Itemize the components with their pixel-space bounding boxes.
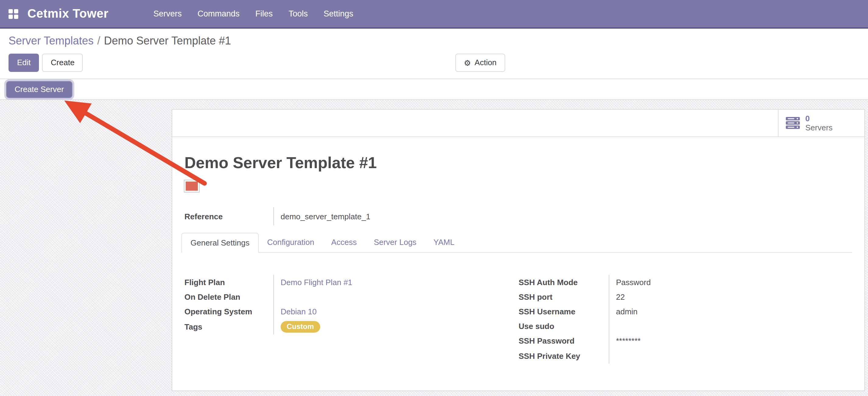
servers-stat-button[interactable]: 0 Servers — [778, 110, 864, 137]
flight-plan-label: Flight Plan — [184, 275, 273, 289]
form-sheet: 0 Servers Demo Server Template #1 Refere… — [172, 109, 865, 391]
content-area: 0 Servers Demo Server Template #1 Refere… — [0, 100, 868, 396]
tag-custom[interactable]: Custom — [281, 321, 320, 332]
main-menu: Servers Commands Files Tools Settings — [153, 9, 353, 18]
breadcrumb-current: Demo Server Template #1 — [104, 35, 231, 47]
ssh-port-value: 22 — [609, 289, 852, 304]
nav-item-commands[interactable]: Commands — [197, 9, 240, 18]
action-button[interactable]: ⚙ Action — [455, 54, 505, 72]
flight-plan-value: Demo Flight Plan #1 — [273, 275, 519, 289]
on-delete-plan-value — [273, 289, 519, 304]
ssh-private-key-value — [609, 348, 852, 364]
stat-button-text: 0 Servers — [805, 114, 833, 132]
sheet-body: Demo Server Template #1 Reference demo_s… — [172, 137, 864, 364]
operating-system-value: Debian 10 — [273, 304, 519, 319]
color-swatch[interactable] — [184, 180, 199, 192]
flight-plan-link[interactable]: Demo Flight Plan #1 — [281, 278, 352, 287]
field-groups: Flight Plan Demo Flight Plan #1 On Delet… — [184, 275, 852, 364]
on-delete-plan-label: On Delete Plan — [184, 289, 273, 304]
operating-system-label: Operating System — [184, 304, 273, 319]
ssh-auth-mode-value: Password — [609, 275, 852, 289]
nav-item-servers[interactable]: Servers — [153, 9, 182, 18]
servers-count-label: Servers — [805, 123, 833, 132]
operating-system-link[interactable]: Debian 10 — [281, 307, 317, 316]
create-server-button[interactable]: Create Server — [6, 81, 72, 98]
breadcrumb-parent-link[interactable]: Server Templates — [8, 35, 93, 47]
notebook-tabs: General Settings Configuration Access Se… — [181, 233, 852, 253]
reference-field-row: Reference demo_server_template_1 — [184, 207, 852, 225]
nav-item-files[interactable]: Files — [255, 9, 273, 18]
ssh-auth-mode-label: SSH Auth Mode — [519, 275, 609, 289]
gear-icon: ⚙ — [464, 59, 471, 67]
tab-server-logs[interactable]: Server Logs — [365, 233, 425, 252]
nav-item-tools[interactable]: Tools — [288, 9, 308, 18]
record-title: Demo Server Template #1 — [184, 153, 852, 172]
top-navbar: Cetmix Tower Servers Commands Files Tool… — [0, 0, 868, 29]
create-server-strip: Create Server — [0, 79, 868, 100]
tab-general-settings[interactable]: General Settings — [181, 233, 259, 253]
tab-configuration[interactable]: Configuration — [259, 233, 323, 252]
ssh-private-key-label: SSH Private Key — [519, 348, 609, 364]
ssh-password-label: SSH Password — [519, 333, 609, 348]
left-field-group: Flight Plan Demo Flight Plan #1 On Delet… — [184, 275, 519, 364]
apps-menu-button[interactable] — [5, 9, 21, 19]
tab-access[interactable]: Access — [322, 233, 365, 252]
right-field-group: SSH Auth Mode Password SSH port 22 SSH U… — [519, 275, 852, 364]
servers-count: 0 — [805, 114, 833, 123]
use-sudo-label: Use sudo — [519, 319, 609, 333]
nav-item-settings[interactable]: Settings — [323, 9, 353, 18]
ssh-username-label: SSH Username — [519, 304, 609, 319]
app-window: Cetmix Tower Servers Commands Files Tool… — [0, 0, 868, 396]
reference-value: demo_server_template_1 — [273, 207, 852, 225]
breadcrumb: Server Templates/Demo Server Template #1 — [8, 35, 868, 48]
create-button[interactable]: Create — [42, 54, 83, 72]
apps-grid-icon — [8, 9, 18, 19]
ssh-username-value: admin — [609, 304, 852, 319]
reference-label: Reference — [184, 207, 273, 225]
control-panel-buttons: Edit Create — [8, 54, 868, 72]
tags-value: Custom — [273, 319, 519, 335]
control-panel: Server Templates/Demo Server Template #1… — [0, 29, 868, 79]
use-sudo-value — [609, 319, 852, 333]
tags-label: Tags — [184, 319, 273, 335]
action-button-label: Action — [474, 58, 496, 67]
server-rack-icon — [786, 117, 800, 129]
breadcrumb-separator: / — [97, 35, 100, 47]
edit-button[interactable]: Edit — [8, 54, 39, 72]
stat-button-box: 0 Servers — [172, 110, 864, 137]
ssh-password-value: ******** — [609, 333, 852, 348]
tab-yaml[interactable]: YAML — [425, 233, 463, 252]
app-title[interactable]: Cetmix Tower — [27, 7, 108, 21]
ssh-port-label: SSH port — [519, 289, 609, 304]
